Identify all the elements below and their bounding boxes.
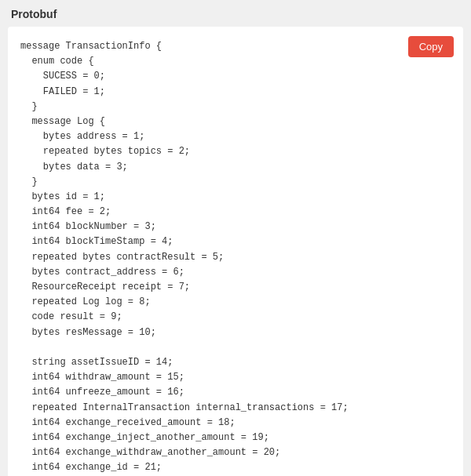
code-box: Copy message TransactionInfo { enum code… [8,27,463,476]
page-title: Protobuf [8,8,463,20]
copy-button[interactable]: Copy [408,36,454,57]
code-block: message TransactionInfo { enum code { SU… [20,39,451,476]
main-container: Protobuf Copy message TransactionInfo { … [0,0,471,476]
